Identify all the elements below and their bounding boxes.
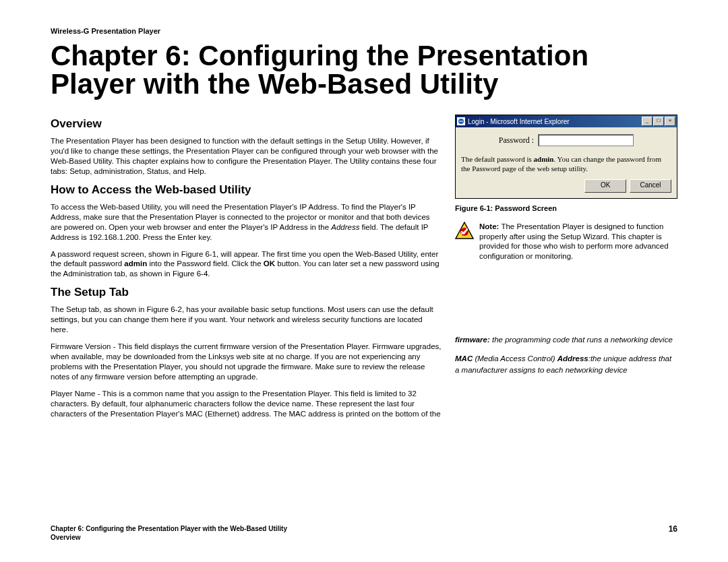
cancel-button[interactable]: Cancel: [630, 179, 671, 193]
text: the programming code that runs a network…: [490, 336, 673, 344]
admin-bold: admin: [124, 259, 147, 268]
close-button[interactable]: ×: [665, 117, 675, 126]
page-number: 16: [669, 524, 677, 542]
window-body: Password : The default password is admin…: [456, 127, 677, 198]
text: (Media Access Control): [473, 354, 557, 363]
product-header: Wireless-G Presentation Player: [51, 27, 677, 35]
figure-caption: Figure 6-1: Password Screen: [455, 204, 677, 212]
text: The Presentation Player is designed to f…: [479, 222, 669, 261]
password-input[interactable]: [538, 134, 634, 146]
ie-icon: [457, 117, 465, 125]
overview-paragraph: The Presentation Player has been designe…: [51, 136, 442, 177]
window-titlebar: Login - Microsoft Internet Explorer _ □ …: [456, 115, 677, 127]
page: Wireless-G Presentation Player Chapter 6…: [0, 0, 728, 426]
window-title: Login - Microsoft Internet Explorer: [468, 118, 642, 125]
admin-bold: admin: [534, 155, 554, 163]
ok-button[interactable]: OK: [584, 179, 626, 193]
glossary-mac: MAC (Media Access Control) Address:the u…: [455, 353, 677, 375]
password-row: Password :: [461, 134, 671, 146]
note-box: Note: The Presentation Player is designe…: [455, 222, 677, 262]
heading-setup: The Setup Tab: [51, 286, 442, 299]
note-text: Note: The Presentation Player is designe…: [479, 222, 677, 262]
setup-paragraph-2: Firmware Version - This field displays t…: [51, 342, 442, 382]
content-columns: Overview The Presentation Player has bee…: [51, 111, 677, 426]
setup-paragraph-3: Player Name - This is a common name that…: [51, 389, 442, 419]
maximize-button[interactable]: □: [653, 117, 664, 126]
heading-access: How to Access the Web-based Utility: [51, 183, 442, 197]
access-paragraph-1: To access the Web-based Utility, you wil…: [51, 202, 442, 243]
address-italic: Address: [331, 223, 359, 231]
footer-section: Overview: [51, 533, 287, 542]
left-column: Overview The Presentation Player has bee…: [51, 111, 442, 426]
minimize-button[interactable]: _: [642, 117, 653, 126]
footer-left: Chapter 6: Configuring the Presentation …: [51, 524, 287, 542]
text: into the Password field. Click the: [147, 259, 264, 268]
spacer: [455, 274, 677, 334]
password-help-text: The default password is admin. You can c…: [461, 154, 671, 174]
footer-chapter: Chapter 6: Configuring the Presentation …: [51, 524, 287, 533]
heading-overview: Overview: [51, 117, 442, 131]
window-buttons: _ □ ×: [642, 117, 675, 126]
access-paragraph-2: A password request screen, shown in Figu…: [51, 249, 442, 280]
warning-icon: [455, 222, 474, 242]
ok-bold: OK: [264, 259, 275, 268]
address-bold: Address: [557, 354, 588, 363]
note-bold: Note:: [479, 222, 499, 230]
firmware-bold: firmware:: [455, 336, 490, 344]
password-label: Password :: [499, 135, 534, 146]
mac-bold: MAC: [455, 354, 473, 363]
page-footer: Chapter 6: Configuring the Presentation …: [51, 524, 677, 542]
chapter-title: Chapter 6: Configuring the Presentation …: [51, 42, 677, 98]
text: The default password is: [461, 155, 534, 163]
dialog-buttons: OK Cancel: [461, 179, 671, 193]
right-column: Login - Microsoft Internet Explorer _ □ …: [455, 111, 677, 426]
figure-password-screen: Login - Microsoft Internet Explorer _ □ …: [455, 115, 677, 199]
setup-paragraph-1: The Setup tab, as shown in Figure 6-2, h…: [51, 305, 442, 335]
glossary-firmware: firmware: the programming code that runs…: [455, 334, 677, 345]
